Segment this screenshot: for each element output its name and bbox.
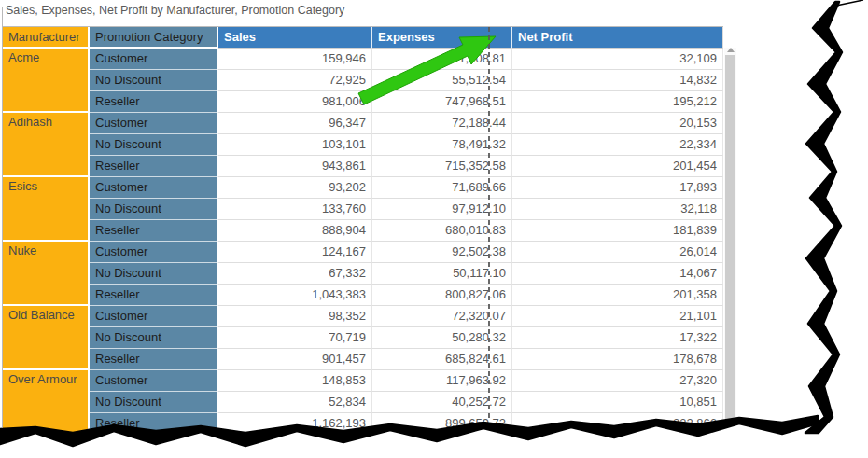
table-row: No Discount72,92555,512.5414,832 [90,70,723,91]
sales-cell[interactable]: 93,202 [218,177,372,199]
column-header-sales[interactable]: Sales [218,27,372,49]
column-header-manufacturer[interactable]: Manufacturer [3,27,90,49]
sales-cell[interactable]: 148,853 [218,370,372,392]
column-header-net-profit[interactable]: Net Profit [512,27,723,49]
expenses-cell[interactable]: 78,491.32 [372,134,512,156]
manufacturer-cell[interactable]: Nuke [3,242,90,306]
net-profit-cell[interactable]: 14,832 [512,70,723,91]
sales-cell[interactable]: 103,101 [218,134,372,156]
promotion-category-cell[interactable]: Reseller [90,285,218,306]
promotion-category-cell[interactable]: Reseller [90,349,218,370]
promotion-category-cell[interactable]: Reseller [90,220,218,242]
net-profit-cell[interactable]: 22,334 [512,134,723,156]
promotion-category-cell[interactable]: No Discount [90,327,218,349]
torn-edge-white-right [819,0,868,458]
net-profit-cell[interactable]: 178,678 [512,349,723,370]
sales-cell[interactable]: 1,162,193 [218,413,372,435]
expenses-cell[interactable]: 92,502.38 [372,242,512,263]
sales-cell[interactable]: 124,167 [218,242,372,263]
manufacturer-cell[interactable]: Esics [3,177,90,242]
table-row: Reseller943,861715,352.58201,454 [90,156,723,177]
table-row: No Discount70,71950,280.3217,322 [90,327,723,349]
expenses-cell[interactable]: 72,320.07 [372,306,512,327]
promotion-category-cell[interactable]: Customer [90,177,218,199]
expenses-cell[interactable]: 40,252.72 [372,392,512,413]
sales-cell[interactable]: 943,861 [218,156,372,177]
expenses-cell[interactable]: 747,968.51 [372,91,512,113]
net-profit-cell[interactable]: 17,893 [512,177,723,199]
promotion-category-cell[interactable]: Customer [90,370,218,392]
net-profit-cell[interactable]: 201,454 [512,156,723,177]
promotion-category-cell[interactable]: No Discount [90,134,218,156]
matrix-body: AcmeAdihashEsicsNukeOld BalanceOver Armo… [3,49,723,436]
sales-cell[interactable]: 70,719 [218,327,372,349]
expenses-cell[interactable]: 899,659.72 [372,413,512,435]
promotion-category-cell[interactable]: Customer [90,306,218,327]
expenses-cell[interactable]: 50,117.10 [372,263,512,285]
sales-cell[interactable]: 72,925 [218,70,372,91]
promotion-category-cell[interactable]: No Discount [90,70,218,91]
net-profit-cell[interactable]: 27,320 [512,370,723,392]
manufacturer-cell[interactable]: Acme [3,49,90,113]
vertical-scrollbar-thumb[interactable] [725,55,735,426]
sales-cell[interactable]: 96,347 [218,113,372,134]
expenses-cell[interactable]: 685,824.61 [372,349,512,370]
matrix-header-row: Manufacturer Promotion Category Sales Ex… [3,27,723,49]
column-header-promotion-category[interactable]: Promotion Category [90,27,218,49]
sales-cell[interactable]: 888,904 [218,220,372,242]
promotion-category-cell[interactable]: No Discount [90,199,218,220]
manufacturer-cell[interactable]: Adihash [3,113,90,177]
expenses-cell[interactable]: 97,912.10 [372,199,512,220]
expenses-cell[interactable]: 71,689.66 [372,177,512,199]
expenses-cell[interactable]: 715,352.58 [372,156,512,177]
promotion-category-cell[interactable]: No Discount [90,263,218,285]
manufacturer-cell[interactable]: Over Armour [3,370,90,436]
expenses-cell[interactable]: 800,827.06 [372,285,512,306]
scrollbar-up-arrow-icon[interactable] [727,48,735,52]
net-profit-cell[interactable]: 20,153 [512,113,723,134]
net-profit-cell[interactable]: 201,358 [512,285,723,306]
sales-cell[interactable]: 1,043,383 [218,285,372,306]
net-profit-cell[interactable]: 14,067 [512,263,723,285]
torn-edge-corner-line [836,0,863,6]
sales-cell[interactable]: 98,352 [218,306,372,327]
net-profit-cell[interactable]: 232,866 [512,413,723,435]
manufacturer-cell[interactable]: Old Balance [3,306,90,370]
net-profit-cell[interactable]: 32,118 [512,199,723,220]
column-header-expenses[interactable]: Expenses [372,27,512,49]
expenses-cell[interactable]: 680,010.83 [372,220,512,242]
expenses-cell[interactable]: 121,108.81 [372,49,512,70]
net-profit-cell[interactable]: 17,322 [512,327,723,349]
sales-cell[interactable]: 981,006 [218,91,372,113]
net-profit-cell[interactable]: 195,212 [512,91,723,113]
promotion-category-cell[interactable]: Customer [90,49,218,70]
promotion-category-cell[interactable]: No Discount [90,392,218,413]
sales-cell[interactable]: 52,834 [218,392,372,413]
table-row: Customer148,853117,963.9227,320 [90,370,723,392]
net-profit-cell[interactable]: 21,101 [512,306,723,327]
net-profit-cell[interactable]: 26,014 [512,242,723,263]
net-profit-cell[interactable]: 10,851 [512,392,723,413]
sales-cell[interactable]: 901,457 [218,349,372,370]
sales-cell[interactable]: 159,946 [218,49,372,70]
data-rows-container: Customer159,946121,108.8132,109No Discou… [90,49,723,436]
promotion-category-cell[interactable]: Reseller [90,413,218,435]
expenses-cell[interactable]: 55,512.54 [372,70,512,91]
sales-cell[interactable]: 67,332 [218,263,372,285]
table-row: Customer96,34772,188.4420,153 [90,113,723,134]
net-profit-cell[interactable]: 32,109 [512,49,723,70]
table-row: No Discount52,83440,252.7210,851 [90,392,723,413]
sales-cell[interactable]: 133,760 [218,199,372,220]
promotion-category-cell[interactable]: Reseller [90,156,218,177]
expenses-cell[interactable]: 50,280.32 [372,327,512,349]
table-row: Reseller981,006747,968.51195,212 [90,91,723,113]
promotion-category-cell[interactable]: Customer [90,113,218,134]
promotion-category-cell[interactable]: Customer [90,242,218,263]
expenses-cell[interactable]: 117,963.92 [372,370,512,392]
expenses-cell[interactable]: 72,188.44 [372,113,512,134]
table-row: No Discount103,10178,491.3222,334 [90,134,723,156]
manufacturer-column: AcmeAdihashEsicsNukeOld BalanceOver Armo… [3,49,90,436]
promotion-category-cell[interactable]: Reseller [90,91,218,113]
net-profit-cell[interactable]: 181,839 [512,220,723,242]
table-row: No Discount67,33250,117.1014,067 [90,263,723,285]
